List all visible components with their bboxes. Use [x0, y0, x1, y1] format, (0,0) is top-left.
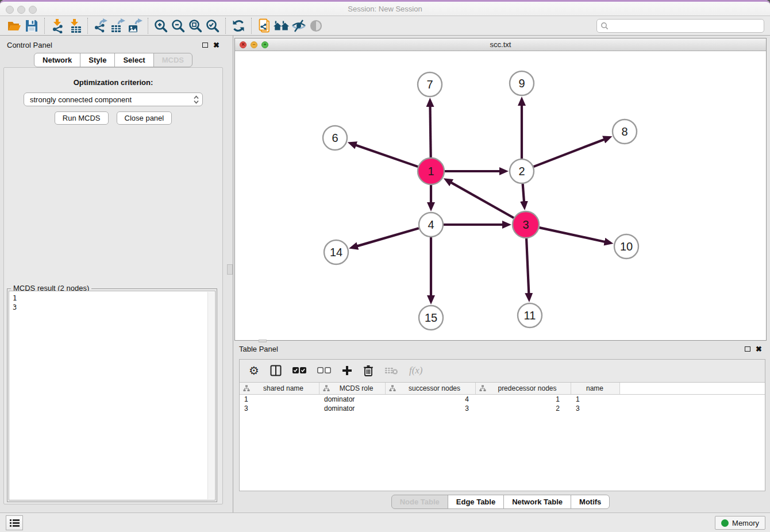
- mcds-result-text[interactable]: 1 3: [9, 291, 215, 500]
- delete-table-icon[interactable]: [384, 366, 398, 375]
- table-panel-tabs: Node Table Edge Table Network Table Moti…: [234, 495, 767, 509]
- edge-2-3[interactable]: [523, 184, 524, 202]
- tab-node-table[interactable]: Node Table: [391, 495, 448, 509]
- toolbar-separator: [44, 18, 45, 34]
- import-table-icon[interactable]: [66, 18, 83, 34]
- criterion-select[interactable]: strongly connected component: [24, 92, 203, 106]
- table-row[interactable]: 3 dominator 3 2 3: [240, 404, 765, 413]
- float-panel-icon[interactable]: [745, 346, 750, 352]
- run-mcds-button[interactable]: Run MCDS: [55, 111, 109, 125]
- settings-gear-icon[interactable]: ⚙: [249, 365, 259, 376]
- criterion-value: strongly connected component: [30, 95, 132, 104]
- splitter-grip[interactable]: [227, 264, 233, 275]
- node-label-14: 14: [330, 246, 342, 259]
- mcds-result-groupbox: MCDS result (2 nodes) 1 3: [7, 288, 217, 502]
- close-panel-button[interactable]: Close panel: [117, 111, 172, 125]
- panel-splitter[interactable]: [226, 36, 234, 512]
- export-image-icon[interactable]: [126, 18, 144, 34]
- search-input[interactable]: [611, 21, 760, 30]
- tab-mcds[interactable]: MCDS: [153, 53, 192, 67]
- column-header-successor-nodes[interactable]: successor nodes: [386, 383, 476, 394]
- memory-button[interactable]: Memory: [715, 516, 765, 530]
- save-icon[interactable]: [23, 18, 40, 34]
- clone-network-icon[interactable]: [256, 18, 273, 34]
- network-canvas[interactable]: 1234678910111415: [235, 51, 766, 340]
- tab-motifs[interactable]: Motifs: [571, 495, 610, 509]
- memory-status-dot: [721, 519, 729, 527]
- zoom-in-icon[interactable]: [152, 18, 170, 34]
- select-all-icon[interactable]: [292, 367, 306, 374]
- network-window-title: scc.txt: [235, 40, 766, 49]
- table-header-row: shared name MCDS role successor nodes: [240, 383, 765, 395]
- tab-network[interactable]: Network: [34, 53, 80, 67]
- control-panel-header: Control Panel ✖: [0, 38, 226, 52]
- cell-mcds-role[interactable]: dominator: [319, 404, 386, 413]
- table-panel-title: Table Panel: [239, 345, 278, 353]
- edge-1-7[interactable]: [430, 106, 431, 157]
- tab-style[interactable]: Style: [80, 53, 115, 67]
- column-type-icon: [389, 385, 396, 392]
- optimization-criterion-label: Optimization criterion:: [4, 78, 222, 87]
- cell-shared-name[interactable]: 3: [240, 404, 319, 413]
- node-label-8: 8: [621, 125, 627, 138]
- column-header-name[interactable]: name: [571, 383, 620, 394]
- close-panel-icon[interactable]: ✖: [756, 345, 762, 353]
- edge-1-6[interactable]: [356, 145, 418, 167]
- node-label-3: 3: [522, 218, 529, 231]
- delete-column-icon[interactable]: [363, 365, 374, 376]
- column-header-mcds-role[interactable]: MCDS role: [319, 383, 386, 394]
- edge-3-1[interactable]: [451, 183, 514, 218]
- export-network-icon[interactable]: [92, 18, 109, 34]
- table-row[interactable]: 1 dominator 4 1 1: [240, 395, 765, 404]
- add-column-icon[interactable]: [342, 365, 352, 376]
- cell-name[interactable]: 3: [571, 404, 620, 413]
- table-panel-header: Table Panel ✖: [234, 342, 767, 356]
- first-neighbors-icon[interactable]: [273, 18, 290, 34]
- tab-edge-table[interactable]: Edge Table: [448, 495, 504, 509]
- column-header-predecessor-nodes[interactable]: predecessor nodes: [476, 383, 571, 394]
- tab-select[interactable]: Select: [114, 53, 153, 67]
- zoom-out-icon[interactable]: [170, 18, 187, 34]
- deselect-all-icon[interactable]: [317, 367, 331, 374]
- tab-network-table[interactable]: Network Table: [503, 495, 571, 509]
- node-label-9: 9: [518, 77, 525, 90]
- network-window-titlebar: ✕ − + scc.txt: [235, 38, 766, 51]
- cell-mcds-role[interactable]: dominator: [319, 395, 386, 403]
- edge-3-10[interactable]: [539, 228, 605, 242]
- cell-predecessor-nodes[interactable]: 1: [476, 395, 571, 403]
- import-network-icon[interactable]: [49, 18, 66, 34]
- control-panel-title: Control Panel: [7, 41, 52, 49]
- node-label-4: 4: [428, 218, 434, 231]
- list-icon: [10, 519, 20, 527]
- cell-predecessor-nodes[interactable]: 2: [476, 404, 571, 413]
- edge-3-11[interactable]: [526, 238, 529, 294]
- cell-successor-nodes[interactable]: 4: [386, 395, 476, 403]
- column-layout-icon[interactable]: [270, 365, 282, 376]
- cell-shared-name[interactable]: 1: [240, 395, 319, 403]
- cell-successor-nodes[interactable]: 3: [386, 404, 476, 413]
- column-header-shared-name[interactable]: shared name: [240, 383, 319, 394]
- refresh-icon[interactable]: [230, 18, 247, 34]
- float-panel-icon[interactable]: [202, 43, 208, 48]
- workspace: Control Panel ✖ Network Style Select MCD…: [0, 36, 770, 512]
- open-folder-icon[interactable]: [6, 18, 23, 34]
- node-label-15: 15: [425, 311, 437, 324]
- function-builder-icon[interactable]: f(x): [409, 365, 423, 376]
- mcds-tab-panel: Optimization criterion: strongly connect…: [3, 67, 223, 504]
- result-scrollbar[interactable]: [207, 292, 214, 499]
- main-toolbar: [0, 16, 770, 36]
- control-panel-tabs: Network Style Select MCDS: [0, 53, 226, 67]
- export-table-icon[interactable]: [109, 18, 126, 34]
- show-all-icon[interactable]: [307, 18, 325, 34]
- hide-selected-icon[interactable]: [290, 18, 307, 34]
- node-label-11: 11: [524, 309, 536, 322]
- task-history-button[interactable]: [6, 515, 23, 530]
- cell-name[interactable]: 1: [571, 395, 620, 403]
- close-panel-icon[interactable]: ✖: [213, 41, 220, 49]
- edge-4-14[interactable]: [357, 228, 418, 246]
- zoom-selected-icon[interactable]: [204, 18, 221, 34]
- search-box[interactable]: [596, 19, 764, 33]
- title-bar: Session: New Session: [0, 0, 770, 16]
- zoom-fit-icon[interactable]: [187, 18, 204, 34]
- edge-2-8[interactable]: [534, 140, 605, 167]
